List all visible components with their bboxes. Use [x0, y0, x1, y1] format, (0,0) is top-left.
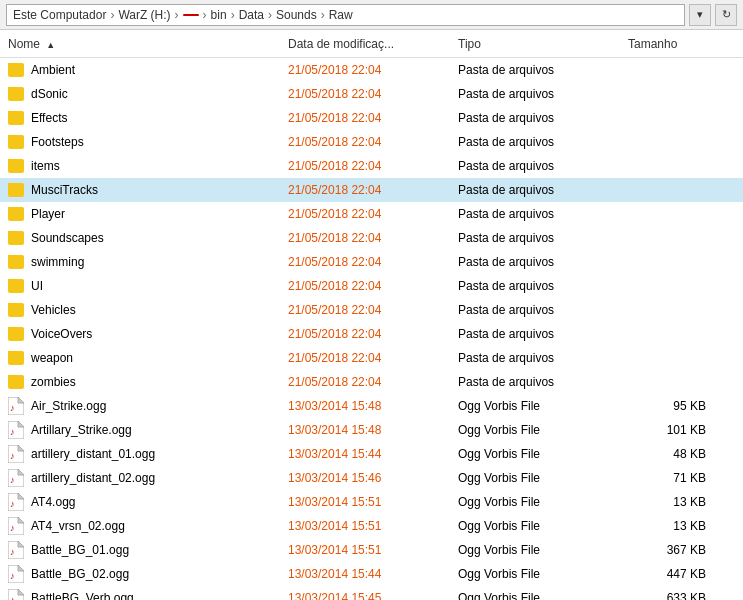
refresh-button[interactable]: ↻ [715, 4, 737, 26]
ogg-icon: ♪ [8, 493, 24, 511]
path-bin[interactable]: bin [211, 8, 227, 22]
path-sep-6: › [321, 8, 325, 22]
ogg-icon: ♪ [8, 565, 24, 583]
svg-text:♪: ♪ [10, 523, 15, 533]
file-name: ♪ artillery_distant_02.ogg [2, 469, 282, 487]
file-name: items [2, 159, 282, 173]
file-type: Pasta de arquivos [452, 207, 622, 221]
file-name: ♪ Battle_BG_01.ogg [2, 541, 282, 559]
path-highlight-segment[interactable] [183, 14, 199, 16]
address-bar: Este Computador › WarZ (H:) › › bin › Da… [0, 0, 743, 30]
path-raw[interactable]: Raw [329, 8, 353, 22]
file-type: Ogg Vorbis File [452, 423, 622, 437]
file-name: swimming [2, 255, 282, 269]
folder-row[interactable]: swimming 21/05/2018 22:04 Pasta de arqui… [0, 250, 743, 274]
path-data[interactable]: Data [239, 8, 264, 22]
folder-row[interactable]: Player 21/05/2018 22:04 Pasta de arquivo… [0, 202, 743, 226]
folder-icon [8, 63, 24, 77]
file-name: ♪ AT4.ogg [2, 493, 282, 511]
file-row[interactable]: ♪ Battle_BG_02.ogg 13/03/2014 15:44 Ogg … [0, 562, 743, 586]
dropdown-button[interactable]: ▾ [689, 4, 711, 26]
file-name: Player [2, 207, 282, 221]
file-type: Ogg Vorbis File [452, 471, 622, 485]
file-date: 13/03/2014 15:46 [282, 471, 452, 485]
folder-row[interactable]: UI 21/05/2018 22:04 Pasta de arquivos [0, 274, 743, 298]
file-row[interactable]: ♪ AT4.ogg 13/03/2014 15:51 Ogg Vorbis Fi… [0, 490, 743, 514]
ogg-icon: ♪ [8, 517, 24, 535]
folder-row[interactable]: dSonic 21/05/2018 22:04 Pasta de arquivo… [0, 82, 743, 106]
path-sounds[interactable]: Sounds [276, 8, 317, 22]
file-size: 48 KB [622, 447, 712, 461]
file-date: 13/03/2014 15:51 [282, 519, 452, 533]
file-name: VoiceOvers [2, 327, 282, 341]
file-date: 13/03/2014 15:44 [282, 447, 452, 461]
svg-marker-1 [18, 397, 24, 403]
folder-row[interactable]: VoiceOvers 21/05/2018 22:04 Pasta de arq… [0, 322, 743, 346]
file-name: ♪ AT4_vrsn_02.ogg [2, 517, 282, 535]
file-size: 95 KB [622, 399, 712, 413]
file-type: Pasta de arquivos [452, 159, 622, 173]
folder-icon [8, 135, 24, 149]
folder-icon [8, 183, 24, 197]
path-warz[interactable]: WarZ (H:) [118, 8, 170, 22]
folder-row[interactable]: zombies 21/05/2018 22:04 Pasta de arquiv… [0, 370, 743, 394]
svg-marker-16 [18, 517, 24, 523]
file-type: Pasta de arquivos [452, 351, 622, 365]
svg-text:♪: ♪ [10, 475, 15, 485]
file-name: ♪ artillery_distant_01.ogg [2, 445, 282, 463]
file-date: 21/05/2018 22:04 [282, 207, 452, 221]
file-name: Ambient [2, 63, 282, 77]
file-name: ♪ BattleBG_Verb.ogg [2, 589, 282, 600]
folder-icon [8, 279, 24, 293]
folder-row[interactable]: Vehicles 21/05/2018 22:04 Pasta de arqui… [0, 298, 743, 322]
folder-row[interactable]: MusciTracks 21/05/2018 22:04 Pasta de ar… [0, 178, 743, 202]
path-breadcrumb[interactable]: Este Computador › WarZ (H:) › › bin › Da… [6, 4, 685, 26]
file-name: Effects [2, 111, 282, 125]
file-row[interactable]: ♪ Battle_BG_01.ogg 13/03/2014 15:51 Ogg … [0, 538, 743, 562]
file-name: Footsteps [2, 135, 282, 149]
col-header-name[interactable]: Nome ▲ [0, 37, 280, 51]
folder-row[interactable]: Effects 21/05/2018 22:04 Pasta de arquiv… [0, 106, 743, 130]
col-header-type[interactable]: Tipo [450, 37, 620, 51]
svg-text:♪: ♪ [10, 547, 15, 557]
path-sep-1: › [110, 8, 114, 22]
file-type: Pasta de arquivos [452, 231, 622, 245]
file-type: Pasta de arquivos [452, 375, 622, 389]
path-sep-3: › [203, 8, 207, 22]
file-row[interactable]: ♪ Air_Strike.ogg 13/03/2014 15:48 Ogg Vo… [0, 394, 743, 418]
file-type: Pasta de arquivos [452, 303, 622, 317]
folder-row[interactable]: Footsteps 21/05/2018 22:04 Pasta de arqu… [0, 130, 743, 154]
path-este-computador[interactable]: Este Computador [13, 8, 106, 22]
col-header-size[interactable]: Tamanho [620, 37, 710, 51]
file-size: 101 KB [622, 423, 712, 437]
file-size: 633 KB [622, 591, 712, 600]
file-size: 71 KB [622, 471, 712, 485]
file-row[interactable]: ♪ AT4_vrsn_02.ogg 13/03/2014 15:51 Ogg V… [0, 514, 743, 538]
file-date: 21/05/2018 22:04 [282, 87, 452, 101]
svg-text:♪: ♪ [10, 571, 15, 581]
file-row[interactable]: ♪ BattleBG_Verb.ogg 13/03/2014 15:45 Ogg… [0, 586, 743, 600]
folder-icon [8, 231, 24, 245]
file-type: Pasta de arquivos [452, 63, 622, 77]
file-date: 13/03/2014 15:45 [282, 591, 452, 600]
file-date: 13/03/2014 15:51 [282, 495, 452, 509]
file-row[interactable]: ♪ Artillary_Strike.ogg 13/03/2014 15:48 … [0, 418, 743, 442]
col-header-date[interactable]: Data de modificaç... [280, 37, 450, 51]
file-date: 13/03/2014 15:51 [282, 543, 452, 557]
file-row[interactable]: ♪ artillery_distant_02.ogg 13/03/2014 15… [0, 466, 743, 490]
file-type: Ogg Vorbis File [452, 567, 622, 581]
file-type: Ogg Vorbis File [452, 447, 622, 461]
svg-marker-13 [18, 493, 24, 499]
folder-row[interactable]: weapon 21/05/2018 22:04 Pasta de arquivo… [0, 346, 743, 370]
folder-row[interactable]: Ambient 21/05/2018 22:04 Pasta de arquiv… [0, 58, 743, 82]
file-date: 21/05/2018 22:04 [282, 327, 452, 341]
file-type: Pasta de arquivos [452, 255, 622, 269]
file-date: 21/05/2018 22:04 [282, 375, 452, 389]
svg-text:♪: ♪ [10, 499, 15, 509]
ogg-icon: ♪ [8, 445, 24, 463]
file-date: 21/05/2018 22:04 [282, 135, 452, 149]
address-bar-actions: ▾ ↻ [689, 4, 737, 26]
folder-row[interactable]: items 21/05/2018 22:04 Pasta de arquivos [0, 154, 743, 178]
folder-row[interactable]: Soundscapes 21/05/2018 22:04 Pasta de ar… [0, 226, 743, 250]
file-row[interactable]: ♪ artillery_distant_01.ogg 13/03/2014 15… [0, 442, 743, 466]
